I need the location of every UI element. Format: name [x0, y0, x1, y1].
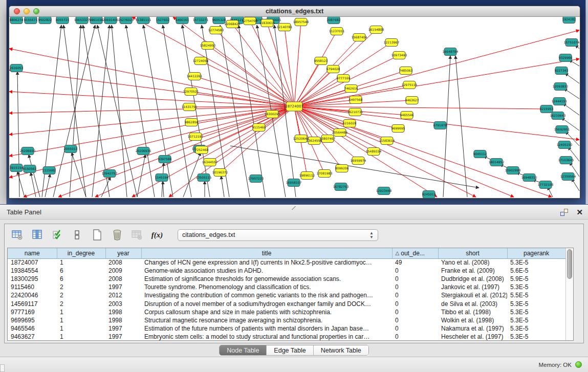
graph-node[interactable]: 16648784 — [443, 48, 459, 56]
float-panel-icon[interactable] — [560, 209, 568, 216]
graph-node[interactable]: 9502822 — [38, 17, 52, 24]
show-columns-icon[interactable] — [31, 228, 44, 242]
graph-node[interactable]: 16959974 — [351, 157, 366, 165]
graph-node[interactable]: 16958107 — [286, 179, 302, 187]
graph-node[interactable]: 10807467 — [320, 135, 336, 143]
graph-node[interactable]: 4150561 — [23, 165, 37, 173]
delete-columns-icon[interactable] — [111, 228, 124, 242]
graph-node[interactable]: 15692951 — [554, 126, 570, 134]
graph-node[interactable]: 13942757 — [102, 170, 118, 178]
create-column-icon[interactable] — [91, 228, 104, 242]
graph-node[interactable]: 2616053 — [10, 64, 24, 72]
graph-node[interactable]: 6497568 — [349, 96, 363, 104]
graph-node[interactable]: 25206930 — [20, 147, 36, 155]
graph-node[interactable]: 8806274 — [10, 17, 24, 24]
graph-node[interactable]: 15687404 — [352, 34, 367, 41]
column-header-in_degree[interactable]: in_degree — [57, 248, 105, 258]
graph-node[interactable]: 12774583 — [208, 27, 224, 34]
graph-node[interactable]: 12970521 — [183, 88, 199, 96]
graph-node[interactable]: 12093832 — [553, 83, 569, 91]
unselect-rows-icon[interactable] — [71, 228, 84, 242]
graph-node[interactable]: 15824950 — [200, 42, 216, 50]
close-window-button[interactable] — [14, 8, 20, 14]
table-row[interactable]: 977716911998Corpus callosum shape and si… — [8, 308, 565, 316]
graph-node[interactable]: 12359564 — [560, 173, 576, 181]
graph-node[interactable]: 18957548 — [293, 18, 309, 26]
graph-node[interactable]: 9558123 — [314, 57, 328, 65]
graph-node[interactable]: 6216028 — [343, 120, 357, 127]
tab-edge-table[interactable]: Edge Table — [267, 345, 313, 355]
table-row[interactable]: 946554611997Estimation of the future num… — [8, 324, 565, 333]
graph-node[interactable]: 6791978 — [433, 122, 447, 129]
close-panel-icon[interactable]: ✕ — [576, 209, 583, 216]
graph-node[interactable]: 16344557 — [202, 159, 218, 166]
graph-node[interactable]: 13624554 — [307, 137, 322, 145]
column-header-pagerank[interactable]: pagerank — [507, 248, 565, 258]
graph-node[interactable]: 7462616 — [344, 85, 358, 93]
graph-node[interactable]: 12213967 — [384, 39, 400, 47]
table-scrollbar[interactable] — [565, 248, 573, 340]
graph-node[interactable]: 16782753 — [333, 183, 349, 191]
graph-node[interactable]: 9465546 — [400, 112, 414, 119]
graph-node[interactable]: 9862856 — [185, 119, 199, 126]
graph-node[interactable]: 9397588 — [158, 156, 172, 163]
graph-node[interactable]: 17081983 — [317, 170, 333, 178]
function-builder-icon[interactable]: f(x) — [150, 228, 164, 242]
graph-node[interactable]: 1145194 — [155, 174, 169, 182]
graph-node[interactable]: 10653327 — [74, 17, 90, 24]
graph-node[interactable]: 2087682 — [327, 17, 341, 24]
graph-node[interactable]: 17103645 — [558, 157, 574, 164]
graph-node[interactable]: 18724007 — [285, 102, 303, 111]
graph-node[interactable]: 12405150 — [557, 141, 573, 149]
table-settings-icon[interactable] — [11, 228, 24, 242]
select-all-icon[interactable] — [51, 228, 64, 242]
minimize-window-button[interactable] — [24, 8, 30, 14]
memory-status-indicator[interactable] — [575, 361, 582, 368]
graph-node[interactable]: 7252468 — [195, 146, 209, 154]
column-header-name[interactable]: name — [8, 248, 57, 258]
graph-node[interactable]: 15489334 — [366, 148, 382, 156]
graph-node[interactable]: 14412261 — [187, 73, 203, 80]
graph-node[interactable]: 9329966 — [559, 54, 573, 62]
panel-resize-grip[interactable] — [292, 206, 296, 210]
graph-node[interactable]: 2055013 — [64, 145, 78, 153]
table-selector-dropdown[interactable]: citations_edges.txt ▲▼ — [178, 229, 378, 241]
graph-node[interactable]: 12975115 — [402, 81, 418, 89]
graph-node[interactable]: 20206936 — [136, 147, 151, 155]
graph-node[interactable]: 12754708 — [242, 17, 258, 25]
column-header-title[interactable]: title — [141, 248, 392, 258]
table-row[interactable]: 1456911722003Disruption of a novel membe… — [8, 299, 565, 308]
graph-node[interactable]: 18014952 — [489, 159, 505, 166]
graph-node[interactable]: 16154808 — [368, 26, 384, 34]
graph-node[interactable]: 15751074 — [564, 39, 580, 47]
graph-node[interactable]: 1527602 — [156, 17, 170, 24]
graph-node[interactable]: 3915154 — [10, 164, 24, 172]
graph-node[interactable]: 20691406 — [103, 17, 119, 24]
table-row[interactable]: 1872400712008Changes of HCN gene express… — [8, 258, 565, 267]
graph-node[interactable]: 17732108 — [538, 181, 554, 189]
graph-node[interactable]: 6466161 — [176, 17, 189, 24]
column-header-out_de[interactable]: △out_de... — [392, 248, 438, 258]
table-row[interactable]: 946362711997Embryonic stem cells: a mode… — [8, 333, 565, 341]
graph-node[interactable]: 9155671 — [24, 17, 38, 24]
tab-network-table[interactable]: Network Table — [314, 345, 368, 355]
graph-node[interactable]: 10973493 — [391, 52, 407, 59]
graph-node[interactable]: 11431756 — [182, 103, 198, 111]
table-panel-titlebar[interactable]: Table Panel ✕ — [0, 205, 588, 220]
graph-node[interactable]: 9463627 — [405, 97, 419, 104]
graph-node[interactable]: 11237011 — [329, 28, 345, 35]
graph-node[interactable]: 9699695 — [391, 125, 405, 133]
graph-node[interactable]: 9245012 — [422, 191, 436, 199]
graph-node[interactable]: 9227343 — [555, 67, 569, 75]
graph-node[interactable]: 19896112 — [299, 172, 315, 180]
graph-node[interactable]: 12520646 — [293, 135, 309, 143]
table-row[interactable]: 1938455462009Genome-wide association stu… — [8, 267, 565, 275]
graph-node[interactable]: 20564486 — [332, 129, 348, 137]
graph-node[interactable]: 9045112 — [473, 150, 487, 158]
table-scrollbar-thumb[interactable] — [567, 249, 572, 279]
table-row[interactable]: 2242004622012Investigating the contribut… — [8, 291, 565, 299]
graph-node[interactable]: 11381111 — [136, 17, 151, 24]
graph-node[interactable]: 16210731 — [347, 108, 363, 116]
zoom-window-button[interactable] — [33, 8, 39, 14]
graph-node[interactable]: 15733271 — [193, 17, 209, 24]
